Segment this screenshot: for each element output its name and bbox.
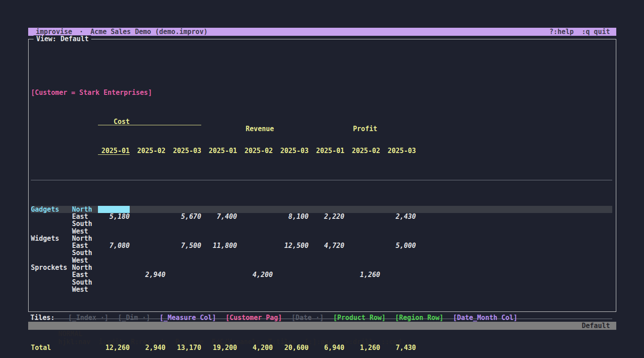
data-cell[interactable] [313,206,344,213]
data-cell[interactable]: 7,400 [205,213,237,220]
data-cell[interactable] [169,249,201,256]
data-cell[interactable] [241,228,273,235]
data-cell[interactable] [384,279,416,286]
data-cell[interactable] [384,249,416,256]
data-cell[interactable] [348,257,380,264]
data-cell[interactable] [169,220,201,227]
data-cell[interactable] [277,249,309,256]
month-column-header[interactable]: 2025-02 [134,147,165,154]
data-cell[interactable] [241,249,273,256]
data-cell[interactable]: 2,220 [313,213,344,220]
data-cell[interactable] [348,264,380,271]
product-label[interactable] [31,286,72,293]
data-cell[interactable] [169,228,201,235]
data-cell[interactable] [134,235,165,242]
data-cell[interactable] [134,242,165,249]
region-label[interactable]: South [72,249,98,256]
month-column-header[interactable]: 2025-03 [384,147,416,154]
data-cell[interactable] [348,235,380,242]
region-label[interactable]: West [72,286,98,293]
data-cell[interactable] [98,235,130,242]
data-cell[interactable] [348,279,380,286]
data-cell[interactable] [277,228,309,235]
data-cell[interactable] [277,279,309,286]
data-cell[interactable] [277,235,309,242]
tile-item[interactable]: [_Measure Col] [160,314,216,322]
month-column-header[interactable]: 2025-03 [169,147,201,154]
product-label[interactable] [31,242,72,249]
month-column-header[interactable]: 2025-03 [277,147,309,154]
data-cell[interactable]: 8,100 [277,213,309,220]
data-cell[interactable] [205,220,237,227]
data-cell[interactable] [241,264,273,271]
data-cell[interactable] [384,228,416,235]
data-cell[interactable]: 12,500 [277,242,309,249]
data-cell[interactable] [134,228,165,235]
data-cell[interactable] [313,220,344,227]
region-label[interactable]: West [72,257,98,264]
region-label[interactable]: North [72,264,98,271]
data-cell[interactable] [169,271,201,278]
data-cell[interactable] [134,286,165,293]
data-cell[interactable] [277,264,309,271]
selected-cell-cursor[interactable] [98,206,130,213]
data-cell[interactable] [134,249,165,256]
data-cell[interactable] [241,279,273,286]
data-cell[interactable] [241,257,273,264]
data-cell[interactable]: 4,720 [313,242,344,249]
data-cell[interactable] [313,286,344,293]
data-cell[interactable] [205,249,237,256]
data-cell[interactable] [241,286,273,293]
region-label[interactable]: East [72,271,98,278]
data-cell[interactable] [277,286,309,293]
data-cell[interactable] [134,213,165,220]
data-cell[interactable] [313,264,344,271]
data-cell[interactable]: 1,260 [348,271,380,278]
data-cell[interactable] [277,220,309,227]
data-cell[interactable] [98,249,130,256]
data-cell[interactable] [277,257,309,264]
product-label[interactable] [31,228,72,235]
data-cell[interactable] [384,206,416,213]
data-cell[interactable] [277,271,309,278]
data-cell[interactable]: 7,080 [98,242,130,249]
tile-item[interactable]: [_Dim ·] [118,314,150,322]
data-cell[interactable] [98,257,130,264]
region-label[interactable]: East [72,213,98,220]
tile-item[interactable]: [Product Row] [333,314,386,322]
data-cell[interactable] [205,286,237,293]
data-cell[interactable] [134,264,165,271]
data-cell[interactable] [384,257,416,264]
tile-item[interactable]: [Date_Month Col] [453,314,518,322]
data-cell[interactable] [241,206,273,213]
data-cell[interactable] [313,228,344,235]
product-label[interactable] [31,271,72,278]
data-cell[interactable] [348,286,380,293]
data-cell[interactable] [205,206,237,213]
data-cell[interactable] [348,242,380,249]
data-cell[interactable] [241,235,273,242]
data-cell[interactable] [205,279,237,286]
measure-header-cost[interactable]: Cost [98,118,201,125]
data-cell[interactable] [384,235,416,242]
month-column-header[interactable]: 2025-01 [313,147,344,154]
data-cell[interactable] [384,286,416,293]
data-cell[interactable]: 2,940 [134,271,165,278]
data-cell[interactable] [169,286,201,293]
product-label[interactable]: Gadgets [31,206,72,213]
data-cell[interactable]: 5,000 [384,242,416,249]
product-label[interactable] [31,249,72,256]
data-cell[interactable] [384,220,416,227]
data-cell[interactable] [348,220,380,227]
data-cell[interactable] [134,257,165,264]
data-cell[interactable] [169,257,201,264]
data-cell[interactable] [313,249,344,256]
region-label[interactable]: South [72,279,98,286]
region-label[interactable]: South [72,220,98,227]
region-label[interactable]: West [72,228,98,235]
product-label[interactable] [31,257,72,264]
month-column-header[interactable]: 2025-02 [348,147,380,154]
data-cell[interactable] [134,206,165,213]
data-cell[interactable] [205,264,237,271]
data-cell[interactable] [348,228,380,235]
